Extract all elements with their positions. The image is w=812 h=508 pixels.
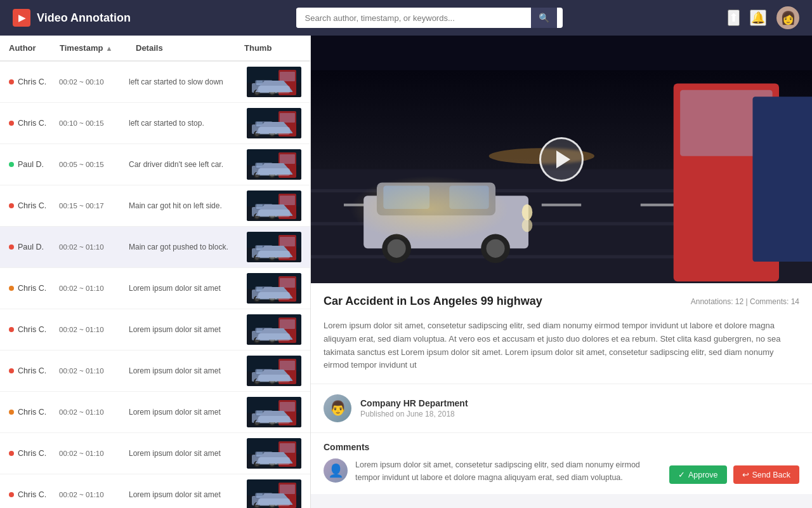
sendback-button[interactable]: ↩ Send Back [733, 465, 799, 484]
svg-point-116 [263, 414, 288, 424]
svg-rect-115 [280, 402, 295, 411]
status-dot [9, 492, 14, 497]
row-timestamp: 00:02 ~ 01:10 [59, 408, 129, 416]
svg-rect-57 [265, 246, 271, 250]
table-row[interactable]: Chris C. 00:02 ~ 01:10 Lorem ipsum dolor… [0, 433, 310, 474]
table-row[interactable]: Chris C. 00:02 ~ 01:10 Lorem ipsum dolor… [0, 309, 310, 351]
table-row[interactable]: Chris C. 00:02 ~ 00:10 left car started … [0, 62, 310, 103]
thumb-svg [247, 479, 301, 508]
col-header-details: Details [136, 43, 244, 53]
row-details: left car started to stop. [129, 119, 247, 128]
svg-point-38 [263, 166, 288, 177]
thumbnail-image [247, 67, 301, 97]
svg-rect-180 [752, 97, 812, 262]
svg-rect-128 [280, 443, 295, 453]
svg-point-139 [270, 504, 274, 507]
app-header: ▶ Video Annotation 🔍 ⬆ 🔔 👩 [0, 0, 812, 36]
comment-text: Lorem ipsum dolor sit amet, consetetur s… [355, 458, 662, 484]
thumb-svg [247, 232, 301, 262]
table-row[interactable]: Chris C. 00:02 ~ 01:10 Lorem ipsum dolor… [0, 392, 310, 433]
status-dot [9, 368, 14, 373]
svg-point-72 [255, 297, 259, 301]
avatar[interactable]: 👩 [776, 6, 799, 29]
comments-section: Comments 👤 Lorem ipsum dolor sit amet, c… [311, 432, 812, 494]
thumb-svg [247, 190, 301, 221]
logo-icon: ▶ [13, 9, 30, 27]
col-header-author: Author [9, 43, 60, 53]
status-dot [9, 79, 14, 84]
row-details: Lorem ipsum dolor sit amet [129, 284, 247, 293]
svg-point-98 [255, 380, 259, 384]
status-dot [9, 410, 14, 415]
upload-button[interactable]: ⬆ [728, 10, 740, 26]
thumb-svg [247, 314, 301, 345]
table-row[interactable]: Chris C. 00:10 ~ 00:15 left car started … [0, 103, 310, 144]
svg-rect-134 [256, 493, 263, 498]
row-timestamp: 00:05 ~ 00:15 [59, 161, 129, 168]
search-input[interactable] [296, 8, 531, 28]
row-timestamp: 00:02 ~ 00:10 [59, 78, 129, 86]
search-wrapper: 🔍 [296, 8, 563, 28]
thumb-svg [247, 67, 301, 97]
thumb-svg [247, 149, 301, 180]
table-row[interactable]: Paul D. 00:05 ~ 00:15 Car driver didn't … [0, 144, 310, 185]
comment-row: 👤 Lorem ipsum dolor sit amet, consetetur… [324, 458, 799, 484]
search-button[interactable]: 🔍 [531, 8, 557, 28]
svg-point-59 [255, 256, 259, 260]
svg-point-126 [270, 462, 274, 466]
row-timestamp: 00:10 ~ 00:15 [59, 119, 129, 127]
status-dot [9, 451, 14, 456]
svg-rect-5 [265, 81, 271, 85]
svg-rect-17 [256, 122, 263, 126]
svg-point-35 [270, 173, 274, 177]
thumb-svg [247, 356, 301, 386]
svg-rect-18 [265, 122, 271, 126]
row-thumb [247, 232, 301, 262]
status-dot [9, 203, 14, 208]
svg-point-85 [255, 338, 259, 342]
annotation-list: Chris C. 00:02 ~ 00:10 left car started … [0, 62, 310, 508]
svg-point-22 [270, 132, 274, 136]
thumbnail-image [247, 356, 301, 386]
svg-point-111 [255, 421, 259, 425]
row-timestamp: 00:02 ~ 01:10 [59, 243, 129, 251]
svg-point-181 [350, 176, 508, 242]
row-timestamp: 00:02 ~ 01:10 [59, 450, 129, 457]
table-row[interactable]: Chris C. 00:02 ~ 01:10 Lorem ipsum dolor… [0, 351, 310, 392]
svg-point-137 [255, 504, 259, 507]
row-details: Lorem ipsum dolor sit amet [129, 408, 247, 417]
svg-point-176 [522, 204, 533, 220]
row-thumb [247, 273, 301, 304]
search-area: 🔍 [138, 8, 720, 28]
row-author: Chris C. [18, 408, 59, 417]
table-row[interactable]: Chris C. 00:02 ~ 01:10 Lorem ipsum dolor… [0, 268, 310, 309]
svg-rect-89 [280, 319, 295, 329]
svg-rect-76 [280, 278, 295, 288]
table-row[interactable]: Chris C. 00:02 ~ 01:10 Lorem ipsum dolor… [0, 474, 310, 508]
notification-button[interactable]: 🔔 [750, 10, 766, 26]
status-dot [9, 121, 14, 126]
svg-rect-4 [256, 81, 263, 85]
svg-point-124 [255, 462, 259, 466]
svg-rect-11 [280, 72, 295, 81]
row-author: Chris C. [18, 449, 59, 458]
sort-arrow-icon: ▲ [105, 44, 112, 52]
svg-rect-70 [265, 287, 271, 291]
main-layout: Author Timestamp ▲ Details Thumb Chris C… [0, 36, 812, 508]
svg-rect-135 [265, 493, 271, 498]
thumb-svg [247, 273, 301, 304]
row-author: Paul D. [18, 160, 59, 169]
play-button[interactable] [539, 137, 584, 182]
svg-point-173 [388, 239, 406, 258]
row-author: Paul D. [18, 243, 59, 251]
svg-rect-121 [256, 452, 263, 457]
table-row[interactable]: Chris C. 00:15 ~ 00:17 Main car got hit … [0, 185, 310, 227]
row-details: left car started to slow down [129, 77, 247, 86]
row-author: Chris C. [18, 284, 59, 293]
comment-avatar: 👤 [324, 458, 348, 483]
thumbnail-image [247, 232, 301, 262]
svg-point-142 [263, 497, 288, 507]
row-author: Chris C. [18, 490, 59, 499]
table-row[interactable]: Paul D. 00:02 ~ 01:10 Main car got pushe… [0, 227, 310, 268]
approve-button[interactable]: ✓ Approve [669, 465, 727, 484]
